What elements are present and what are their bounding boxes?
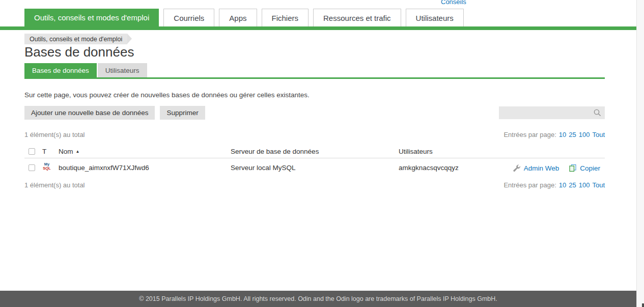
per-page-25[interactable]: 25 bbox=[569, 181, 576, 189]
top-tab-ressources[interactable]: Ressources et trafic bbox=[313, 9, 401, 26]
nav-accent-bar bbox=[0, 26, 636, 30]
per-page-100[interactable]: 100 bbox=[579, 131, 590, 138]
select-all-checkbox[interactable] bbox=[29, 148, 35, 155]
row-actions: Admin Web Copier bbox=[513, 159, 600, 177]
page-title: Bases de données bbox=[24, 44, 134, 60]
breadcrumb-arrow-icon bbox=[127, 34, 132, 44]
delete-button[interactable]: Supprimer bbox=[160, 106, 205, 120]
per-page-25[interactable]: 25 bbox=[569, 131, 576, 138]
webadmin-label: Admin Web bbox=[524, 164, 559, 172]
top-tab-outils[interactable]: Outils, conseils et modes d'emploi bbox=[24, 9, 159, 26]
per-page-bottom: Entrées par page: 10 25 100 Tout bbox=[503, 181, 605, 189]
total-count-bottom: 1 élément(s) au total bbox=[24, 181, 85, 189]
copy-icon bbox=[569, 164, 577, 172]
add-database-button[interactable]: Ajouter une nouvelle base de données bbox=[24, 106, 155, 120]
search-box bbox=[499, 106, 605, 119]
page-description: Sur cette page, vous pouvez créer de nou… bbox=[24, 91, 310, 99]
per-page-all[interactable]: Tout bbox=[592, 181, 605, 189]
scrollbar-corner bbox=[642, 303, 644, 307]
table-row: My SQL boutique_aimxnxfW71XJfwd6 Serveur… bbox=[24, 159, 605, 177]
sub-tabs-underline bbox=[24, 77, 605, 79]
sub-tab-bases-de-donnees[interactable]: Bases de données bbox=[24, 63, 97, 78]
vertical-scrollbar[interactable] bbox=[636, 0, 644, 307]
column-type[interactable]: T bbox=[42, 145, 46, 158]
per-page-label: Entrées par page: bbox=[503, 181, 556, 189]
column-name-label: Nom bbox=[59, 148, 73, 155]
sort-asc-icon: ▲ bbox=[76, 149, 80, 154]
row-checkbox[interactable] bbox=[29, 164, 35, 171]
footer-copyright: © 2015 Parallels IP Holdings GmbH. All r… bbox=[0, 291, 636, 307]
breadcrumb-label: Outils, conseils et mode d'emploi bbox=[30, 36, 122, 43]
column-server[interactable]: Serveur de base de données bbox=[231, 145, 319, 158]
sub-tabs: Bases de données Utilisateurs bbox=[24, 63, 147, 78]
copy-link[interactable]: Copier bbox=[569, 164, 600, 172]
total-count-top: 1 élément(s) au total bbox=[24, 131, 85, 138]
per-page-100[interactable]: 100 bbox=[579, 181, 590, 189]
database-name[interactable]: boutique_aimxnxfW71XJfwd6 bbox=[59, 159, 149, 177]
search-input[interactable] bbox=[499, 106, 605, 119]
toolbar: Ajouter une nouvelle base de données Sup… bbox=[24, 106, 205, 120]
per-page-all[interactable]: Tout bbox=[592, 131, 605, 138]
top-nav-tabs: Outils, conseils et modes d'emploi Courr… bbox=[24, 9, 464, 26]
search-icon[interactable] bbox=[593, 108, 602, 117]
plesk-panel-page: pp p Conseils Outils, conseils et modes … bbox=[0, 0, 644, 307]
footer: © 2015 Parallels IP Holdings GmbH. All r… bbox=[0, 291, 636, 307]
conseils-link[interactable]: Conseils bbox=[441, 0, 466, 6]
per-page-10[interactable]: 10 bbox=[559, 181, 566, 189]
webadmin-link[interactable]: Admin Web bbox=[513, 164, 559, 172]
sub-tab-utilisateurs[interactable]: Utilisateurs bbox=[98, 63, 147, 78]
mysql-icon-bottom: SQL bbox=[41, 166, 52, 171]
copy-label: Copier bbox=[580, 164, 600, 172]
breadcrumb[interactable]: Outils, conseils et mode d'emploi bbox=[24, 34, 127, 44]
top-tab-utilisateurs[interactable]: Utilisateurs bbox=[406, 9, 464, 26]
mysql-icon: My SQL bbox=[41, 162, 52, 170]
column-name[interactable]: Nom▲ bbox=[59, 145, 79, 158]
wrench-icon bbox=[513, 164, 521, 172]
top-tab-fichiers[interactable]: Fichiers bbox=[262, 9, 309, 26]
column-users[interactable]: Utilisateurs bbox=[399, 145, 433, 158]
per-page-top: Entrées par page: 10 25 100 Tout bbox=[503, 131, 605, 138]
per-page-10[interactable]: 10 bbox=[559, 131, 566, 138]
cropped-header-text: pp p bbox=[332, 0, 385, 2]
top-tab-courriels[interactable]: Courriels bbox=[163, 9, 214, 26]
database-server: Serveur local MySQL bbox=[231, 159, 296, 177]
per-page-label: Entrées par page: bbox=[503, 131, 556, 138]
table-header: T Nom▲ Serveur de base de données Utilis… bbox=[24, 145, 605, 158]
database-users: amkgknacsqvcqqyz bbox=[399, 159, 459, 177]
top-tab-apps[interactable]: Apps bbox=[219, 9, 257, 26]
